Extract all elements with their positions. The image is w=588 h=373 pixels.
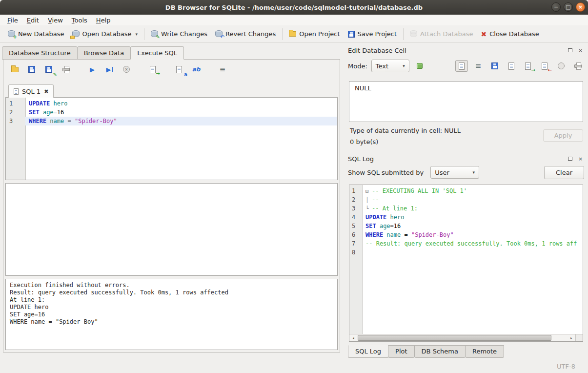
open-database-dropdown-icon[interactable]: ▾ bbox=[135, 32, 138, 37]
revert-changes-button[interactable]: ↶ Revert Changes bbox=[211, 28, 280, 40]
stop-execution-button[interactable]: × bbox=[120, 63, 133, 75]
new-database-button[interactable]: + New Database bbox=[4, 28, 68, 40]
save-sql-file-button[interactable] bbox=[25, 63, 38, 75]
maximize-button[interactable]: □ bbox=[564, 2, 573, 12]
pencil-badge-icon: ✎ bbox=[156, 35, 160, 40]
minimize-button[interactable]: − bbox=[551, 2, 561, 12]
sql-log-lines: 1⊟-- EXECUTING ALL IN 'SQL 1'2│--3└-- At… bbox=[349, 186, 583, 257]
find-button[interactable]: a bbox=[173, 63, 185, 75]
tab-remote[interactable]: Remote bbox=[465, 345, 504, 358]
main-area: Database Structure Browse Data Execute S… bbox=[0, 43, 588, 360]
apply-format-button[interactable] bbox=[413, 60, 426, 72]
scrollbar-track[interactable] bbox=[357, 334, 568, 341]
menu-edit[interactable]: Edit bbox=[22, 16, 43, 25]
printer-icon bbox=[62, 68, 70, 71]
main-toolbar: + New Database Open Database ▾ ✎ Write C… bbox=[0, 25, 588, 43]
scroll-left-button[interactable]: ◂ bbox=[349, 334, 357, 341]
menu-view[interactable]: View bbox=[43, 16, 67, 25]
export-page-icon bbox=[542, 62, 547, 70]
save-sql-as-button[interactable]: ✎ bbox=[42, 63, 55, 75]
fold-marker-icon[interactable]: └ bbox=[365, 205, 372, 213]
text-mode-button[interactable] bbox=[455, 60, 468, 72]
sql-editor-tab[interactable]: SQL 1 ✖ bbox=[8, 84, 54, 98]
save-as-icon bbox=[45, 66, 52, 73]
fold-marker-icon[interactable]: │ bbox=[365, 196, 372, 204]
scrollbar-corner bbox=[575, 334, 583, 341]
replace-button[interactable]: ab bbox=[190, 63, 203, 75]
sql-toolbar: ✎ ▶ ▶ × → a ab ≡ bbox=[8, 62, 337, 77]
import-cell-button[interactable]: → bbox=[522, 60, 534, 72]
apply-button: Apply bbox=[543, 129, 583, 142]
bottom-tab-bar: SQL Log Plot DB Schema Remote bbox=[348, 345, 504, 358]
float-dock-button[interactable] bbox=[567, 47, 574, 54]
find-page-icon bbox=[176, 66, 182, 73]
menu-tools[interactable]: Tools bbox=[67, 16, 92, 25]
tab-plot[interactable]: Plot bbox=[388, 345, 415, 358]
format-cube-icon bbox=[417, 63, 423, 69]
export-cell-button[interactable]: ← bbox=[538, 60, 551, 72]
format-sql-button[interactable]: ≡ bbox=[216, 63, 229, 75]
sql-editor[interactable]: 1UPDATE hero2SET age=163WHERE name = "Sp… bbox=[5, 97, 338, 180]
print-cell-button[interactable] bbox=[571, 60, 584, 72]
float-dock-button[interactable] bbox=[567, 155, 574, 162]
close-tab-icon[interactable]: ✖ bbox=[44, 89, 48, 94]
window-title: DB Browser for SQLite - /home/user/code/… bbox=[165, 4, 423, 11]
sql-log-title: SQL Log bbox=[348, 155, 564, 163]
cell-value: NULL bbox=[355, 84, 371, 92]
open-sql-file-button[interactable] bbox=[8, 63, 21, 75]
code-line: 2│-- bbox=[349, 195, 583, 204]
fold-marker-icon[interactable]: ⊟ bbox=[365, 187, 372, 195]
menu-help[interactable]: Help bbox=[92, 16, 115, 25]
status-bar: UTF-8 bbox=[0, 360, 588, 373]
execute-current-line-button[interactable]: ▶ bbox=[103, 63, 116, 75]
chevron-down-icon: ▾ bbox=[403, 63, 405, 68]
database-new-icon: + bbox=[8, 30, 15, 38]
code-line: 3WHERE name = "Spider-Boy" bbox=[6, 117, 337, 125]
export-results-button[interactable]: → bbox=[146, 63, 159, 75]
tab-execute-sql[interactable]: Execute SQL bbox=[130, 46, 184, 60]
print-sql-button[interactable] bbox=[60, 63, 72, 75]
open-database-button[interactable]: Open Database ▾ bbox=[68, 28, 142, 40]
code-line: 8 bbox=[349, 248, 583, 257]
mode-select[interactable]: Text ▾ bbox=[371, 60, 409, 72]
left-panel: Database Structure Browse Data Execute S… bbox=[0, 43, 343, 360]
close-icon: × bbox=[578, 156, 583, 162]
code-line: 3└-- At line 1: bbox=[349, 204, 583, 213]
write-changes-button[interactable]: ✎ Write Changes bbox=[147, 28, 211, 40]
execute-all-button[interactable]: ▶ bbox=[86, 63, 99, 75]
close-dock-button[interactable]: × bbox=[577, 155, 584, 162]
close-database-button[interactable]: ✖ Close Database bbox=[477, 28, 543, 40]
cell-editor[interactable]: NULL bbox=[349, 81, 583, 122]
tab-sql-log[interactable]: SQL Log bbox=[348, 345, 388, 358]
replace-icon: ab bbox=[192, 66, 201, 73]
sql-log-view: 1⊟-- EXECUTING ALL IN 'SQL 1'2│--3└-- At… bbox=[349, 185, 583, 342]
execute-sql-pane: ✎ ▶ ▶ × → a ab ≡ SQL 1 ✖ 1UPDAT bbox=[3, 59, 340, 352]
sql-log-dock-header: SQL Log × bbox=[348, 154, 584, 163]
open-project-button[interactable]: Open Project bbox=[285, 28, 344, 40]
close-window-button[interactable]: × bbox=[576, 2, 585, 12]
cell-size-info: 0 byte(s) bbox=[350, 138, 378, 145]
word-wrap-icon: ≡ bbox=[475, 62, 482, 70]
save-icon bbox=[348, 31, 355, 38]
tab-db-schema[interactable]: DB Schema bbox=[414, 345, 466, 358]
tab-database-structure[interactable]: Database Structure bbox=[2, 46, 78, 60]
sql-tab-label: SQL 1 bbox=[22, 88, 41, 95]
set-null-button[interactable] bbox=[555, 60, 568, 72]
edit-cell-dock-header: Edit Database Cell × bbox=[348, 46, 584, 55]
tab-browse-data[interactable]: Browse Data bbox=[77, 46, 131, 60]
close-dock-button[interactable]: × bbox=[577, 47, 584, 54]
filter-label: Show SQL submitted by bbox=[348, 169, 424, 176]
save-cell-button[interactable] bbox=[488, 60, 501, 72]
play-icon: ▶ bbox=[106, 66, 111, 73]
code-line: 1⊟-- EXECUTING ALL IN 'SQL 1' bbox=[349, 186, 583, 195]
scrollbar-thumb[interactable] bbox=[358, 335, 551, 341]
submitted-by-select[interactable]: User ▾ bbox=[430, 166, 479, 179]
export-arrow-icon: ← bbox=[548, 68, 552, 73]
menu-file[interactable]: File bbox=[3, 16, 22, 25]
scroll-right-button[interactable]: ▸ bbox=[568, 334, 575, 341]
clear-log-button[interactable]: Clear bbox=[544, 166, 584, 179]
save-project-button[interactable]: Save Project bbox=[344, 28, 401, 40]
word-wrap-button[interactable]: ≡ bbox=[472, 60, 485, 72]
copy-cell-button[interactable] bbox=[505, 60, 518, 72]
edit-cell-title: Edit Database Cell bbox=[348, 47, 564, 54]
